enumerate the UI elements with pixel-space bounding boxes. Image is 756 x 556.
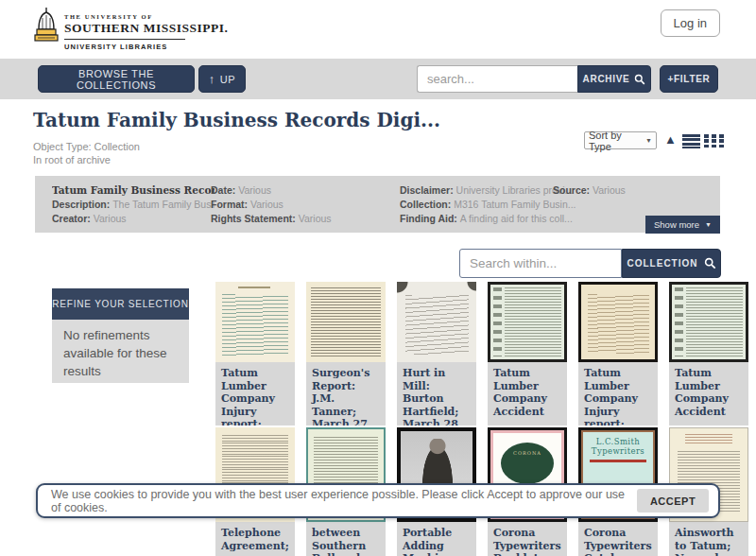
login-button[interactable]: Log in	[661, 9, 720, 37]
document-thumbnail	[306, 282, 386, 362]
field-value: Various	[593, 184, 626, 196]
refine-selection-header: REFINE YOUR SELECTION	[52, 288, 189, 320]
metadata-field: DateVarious	[211, 183, 395, 198]
collections-toolbar: BROWSE THE COLLECTIONS ↑UP ARCHIVE +FILT…	[0, 59, 756, 99]
field-value: Various	[299, 213, 332, 224]
archive-button-label: ARCHIVE	[583, 74, 630, 84]
list-view-icon[interactable]	[682, 134, 700, 148]
accept-cookies-button[interactable]: ACCEPT	[637, 489, 709, 513]
sort-direction-icon[interactable]: ▲	[664, 132, 677, 147]
document-thumbnail	[215, 282, 295, 362]
corona-cover-text: CORONA	[501, 443, 554, 484]
university-logo[interactable]: THE UNIVERSITY OF SOUTHERN MISSISSIPPI. …	[34, 7, 228, 51]
show-more-button[interactable]: Show more ▼	[645, 216, 720, 234]
field-value: The Tatum Family Busin...	[112, 199, 215, 210]
field-value: Various	[250, 199, 284, 210]
tile-title: Surgeon's Report: J.M. Tanner; March 27,	[306, 362, 386, 426]
grid-view-icon[interactable]	[704, 134, 724, 148]
up-arrow-icon: ↑	[209, 72, 215, 86]
field-label: Rights Statement	[211, 213, 299, 224]
archive-search-input[interactable]	[417, 65, 577, 93]
document-thumbnail	[578, 282, 658, 362]
lc-smith-cover-text: L.C.Smith Typewriters	[585, 437, 651, 456]
result-tile[interactable]: Tatum Lumber Company Injury report;	[578, 282, 658, 426]
metadata-field: CollectionM316 Tatum Family Busin...	[400, 198, 577, 212]
collection-metadata-panel: Tatum Family Business Records Dig... Des…	[35, 176, 720, 233]
metadata-field: SourceVarious	[553, 183, 695, 198]
tile-title: Hurt in Mill: Burton Hartfield; March 28…	[397, 362, 476, 426]
field-label: Date	[211, 184, 238, 196]
logo-line2: SOUTHERN MISSISSIPPI.	[64, 21, 228, 36]
cookie-consent-bar: We use cookies to provide you with the b…	[36, 483, 720, 518]
up-button-label: UP	[220, 74, 235, 85]
filter-button[interactable]: +FILTER	[660, 65, 718, 93]
chevron-down-icon: ▼	[705, 221, 712, 228]
up-button[interactable]: ↑UP	[198, 65, 246, 93]
field-label: Disclaimer	[400, 184, 456, 196]
result-tile[interactable]: Tatum Lumber Company Injury report;	[215, 282, 295, 426]
field-label: Finding Aid	[400, 213, 460, 224]
field-label: Creator	[52, 213, 94, 224]
show-more-label: Show more	[654, 219, 699, 230]
tile-title: Tatum Lumber Company Injury report;	[578, 362, 658, 426]
metadata-field: Finding AidA finding aid for this coll..…	[400, 212, 577, 226]
field-value: Various	[94, 213, 127, 224]
field-value: Various	[238, 184, 271, 196]
site-header: THE UNIVERSITY OF SOUTHERN MISSISSIPPI. …	[0, 0, 756, 59]
field-label: Description	[52, 199, 112, 210]
result-tile[interactable]: Hurt in Mill: Burton Hartfield; March 28…	[397, 282, 476, 426]
field-label: Format	[211, 199, 250, 210]
search-within-input[interactable]	[459, 249, 622, 278]
document-thumbnail	[669, 282, 748, 362]
results-row-1: Tatum Lumber Company Injury report; Surg…	[215, 282, 748, 426]
logo-divider	[64, 39, 185, 40]
field-value: M316 Tatum Family Busin...	[454, 199, 576, 210]
tile-title: Tatum Lumber Company Injury report;	[215, 362, 295, 426]
sort-dropdown[interactable]: Sort by Type ▼	[584, 131, 657, 149]
sort-selected-value: Sort by Type	[589, 130, 645, 152]
field-label: Source	[553, 184, 593, 196]
tile-title: Tatum Lumber Company Accident	[488, 362, 567, 426]
field-value: A finding aid for this coll...	[460, 213, 573, 224]
tile-title: Tatum Lumber Company Accident	[669, 362, 748, 426]
tile-title: Ainsworth to Tatum; November	[669, 522, 748, 556]
document-thumbnail	[488, 282, 567, 362]
tile-title: Corona Typewriters Catalog	[578, 522, 658, 556]
tile-title: Corona Typewriters Booklet	[488, 522, 567, 556]
metadata-field: DescriptionThe Tatum Family Busin...	[52, 198, 215, 212]
metadata-column-2: DateVarious FormatVarious Rights Stateme…	[211, 183, 395, 226]
collection-search-button[interactable]: COLLECTION	[622, 249, 721, 278]
metadata-field: DisclaimerUniversity Libraries provi...	[400, 183, 577, 198]
archive-search-button[interactable]: ARCHIVE	[577, 65, 651, 93]
metadata-column-4: SourceVarious	[553, 183, 695, 198]
result-tile[interactable]: Tatum Lumber Company Accident	[488, 282, 567, 426]
dome-icon	[34, 7, 59, 46]
refine-empty-message: No refinements available for these resul…	[52, 320, 189, 383]
metadata-title: Tatum Family Business Records Dig...	[52, 183, 215, 198]
tile-title: Telephone Agreement;	[215, 522, 295, 556]
result-tile[interactable]: Tatum Lumber Company Accident	[669, 282, 748, 426]
page-title: Tatum Family Business Records Digi...	[33, 109, 440, 131]
metadata-column-1: Tatum Family Business Records Dig... Des…	[52, 183, 215, 226]
logo-line3: UNIVERSITY LIBRARIES	[64, 43, 228, 51]
metadata-field: FormatVarious	[211, 198, 395, 212]
result-tile[interactable]: Surgeon's Report: J.M. Tanner; March 27,	[306, 282, 386, 426]
search-icon	[634, 74, 645, 85]
browse-collections-button[interactable]: BROWSE THE COLLECTIONS	[38, 65, 195, 93]
metadata-field: Rights StatementVarious	[211, 212, 395, 226]
field-label: Collection	[400, 199, 454, 210]
root-note: In root of archive	[33, 154, 111, 165]
search-icon	[704, 257, 716, 269]
metadata-column-3: DisclaimerUniversity Libraries provi... …	[400, 183, 577, 226]
document-thumbnail	[397, 282, 476, 362]
logo-text: THE UNIVERSITY OF SOUTHERN MISSISSIPPI. …	[64, 7, 228, 51]
metadata-field: CreatorVarious	[52, 212, 215, 226]
logo-line1: THE UNIVERSITY OF	[64, 13, 228, 20]
tile-title: between Southern Bell and the	[306, 522, 386, 556]
tile-title: Portable Adding Machine	[397, 522, 476, 556]
collection-button-label: COLLECTION	[627, 258, 698, 269]
dropdown-caret-icon: ▼	[645, 137, 652, 144]
cookie-message: We use cookies to provide you with the b…	[51, 488, 637, 514]
object-type-label: Object Type: Collection	[33, 141, 140, 152]
